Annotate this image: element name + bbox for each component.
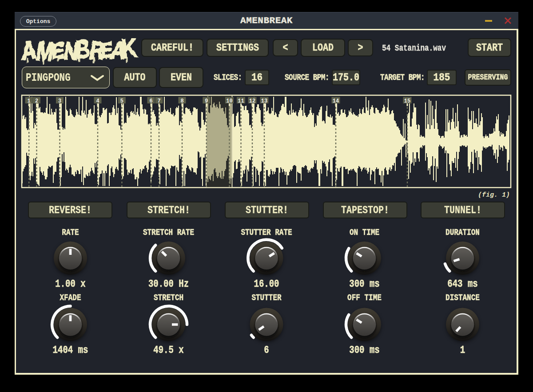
svg-text:11: 11 [238,98,244,104]
svg-text:5: 5 [120,98,123,104]
svg-text:9: 9 [205,98,208,104]
svg-text:13: 13 [261,98,267,104]
svg-text:6: 6 [149,98,152,104]
svg-text:1: 1 [28,98,31,104]
svg-text:15: 15 [404,98,410,104]
svg-text:3: 3 [58,98,61,104]
svg-text:12: 12 [249,98,255,104]
svg-text:2: 2 [35,98,38,104]
svg-text:7: 7 [157,98,160,104]
svg-text:8: 8 [180,98,183,104]
svg-text:10: 10 [226,98,232,104]
svg-text:14: 14 [333,98,339,104]
svg-text:4: 4 [96,98,99,104]
